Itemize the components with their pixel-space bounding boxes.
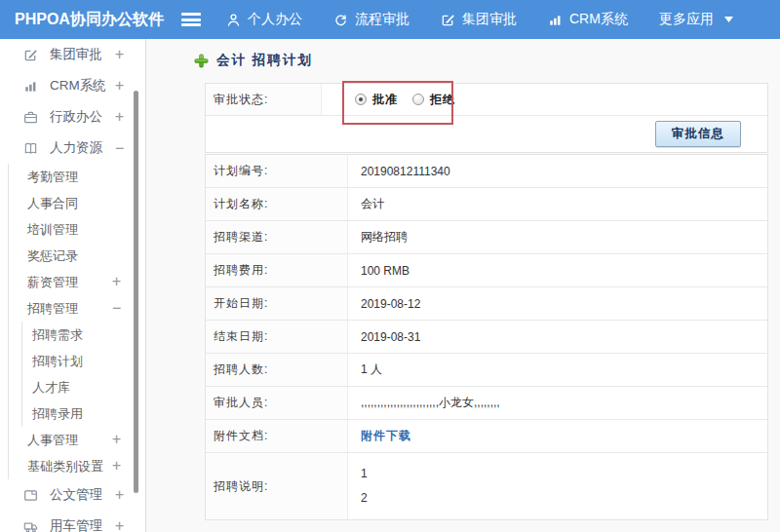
radio-option-reject[interactable]: 拒绝 — [412, 92, 455, 108]
nav-item[interactable]: 集团审批 — [441, 11, 517, 28]
radio-label: 批准 — [372, 92, 398, 108]
sidebar-item-label: 招聘需求 — [32, 326, 83, 344]
field-value-cell: 2019-08-12 — [348, 287, 767, 320]
table-row: 招聘费用:100 RMB — [206, 254, 767, 287]
field-value: ,,,,,,,,,,,,,,,,,,,,,,,,小龙女,,,,,,,, — [361, 395, 500, 411]
sidebar-item-label: 基础类别设置 — [27, 458, 103, 475]
radio-option-approve[interactable]: 批准 — [355, 92, 398, 108]
expand-plus-icon[interactable]: + — [112, 275, 121, 289]
expand-plus-icon[interactable]: + — [112, 459, 121, 474]
sidebar-menu: 集团审批+CRM系统+行政办公+人力资源−考勤管理人事合同培训管理奖惩记录薪资管… — [0, 39, 145, 532]
sidebar-item-label: 奖惩记录 — [27, 247, 78, 265]
doc-icon — [23, 487, 41, 503]
approval-status-row: 审批状态: 批准拒绝 — [206, 84, 767, 116]
radio-button-icon[interactable] — [355, 94, 367, 105]
field-label: 计划名称: — [206, 188, 348, 220]
sidebar-item-label: 人事合同 — [27, 195, 78, 212]
collapse-minus-icon[interactable]: − — [115, 141, 124, 156]
approval-status-options: 批准拒绝 — [322, 84, 767, 115]
sidebar-item[interactable]: 用车管理+ — [0, 511, 145, 532]
table-row: 计划名称:会计 — [206, 188, 767, 221]
sidebar-item[interactable]: 奖惩记录 — [9, 243, 145, 269]
field-label: 结束日期: — [206, 321, 348, 353]
nav-item[interactable]: 个人办公 — [226, 11, 302, 28]
sidebar-item[interactable]: 人才库 — [22, 374, 145, 400]
expand-plus-icon[interactable]: + — [115, 48, 124, 62]
field-label: 招聘说明: — [206, 453, 348, 519]
expand-plus-icon[interactable]: + — [115, 79, 124, 94]
field-value-cell: 网络招聘 — [348, 221, 767, 253]
plus-icon — [194, 54, 209, 68]
approval-button-row: 审批信息 — [206, 116, 767, 152]
sidebar-item[interactable]: 人事合同 — [9, 190, 145, 216]
sidebar-item[interactable]: 人力资源− — [0, 133, 145, 164]
recruit-plan-detail-table: 计划编号:20190812111340计划名称:会计招聘渠道:网络招聘招聘费用:… — [205, 154, 768, 520]
process-icon — [333, 13, 348, 27]
sidebar-item[interactable]: 公文管理+ — [0, 479, 145, 511]
field-value-cell: 12 — [348, 453, 767, 519]
app-logo: PHPOA协同办公软件 — [0, 10, 181, 30]
expand-plus-icon[interactable]: + — [115, 519, 124, 532]
field-value-cell: 附件下载 — [348, 420, 767, 452]
nav-item-label: 集团审批 — [462, 11, 517, 28]
nav-item-label: 流程审批 — [355, 11, 410, 28]
field-label: 开始日期: — [206, 287, 348, 320]
sidebar-item[interactable]: 招聘管理− — [9, 295, 145, 322]
field-value-cell: 20190812111340 — [348, 155, 767, 187]
expand-plus-icon[interactable]: + — [115, 110, 124, 125]
radio-label: 拒绝 — [430, 92, 455, 108]
sidebar-item-label: CRM系统 — [50, 77, 106, 95]
sidebar-item-label: 集团审批 — [50, 46, 102, 63]
nav-item-label: CRM系统 — [569, 11, 628, 28]
field-value-cell: ,,,,,,,,,,,,,,,,,,,,,,,,小龙女,,,,,,,, — [348, 387, 767, 419]
edit-icon — [441, 13, 455, 27]
field-label: 审批状态: — [206, 84, 322, 115]
radio-button-icon[interactable] — [412, 94, 424, 105]
sidebar-item-label: 考勤管理 — [27, 169, 78, 186]
expand-plus-icon[interactable]: + — [112, 433, 121, 447]
sidebar-item[interactable]: 人事管理+ — [9, 427, 145, 453]
sidebar-scrollbar[interactable] — [134, 91, 138, 493]
field-label: 招聘费用: — [206, 254, 348, 286]
truck-icon — [23, 518, 41, 532]
field-label: 审批人员: — [206, 387, 348, 419]
sidebar-item-label: 薪资管理 — [27, 274, 78, 291]
sidebar-item[interactable]: 集团审批+ — [0, 39, 145, 70]
field-value-cell: 100 RMB — [348, 254, 767, 286]
sidebar-item[interactable]: 招聘计划 — [22, 348, 145, 374]
table-row: 招聘人数:1 人 — [206, 354, 767, 387]
nav-item[interactable]: 流程审批 — [333, 11, 410, 28]
field-value-cell: 2019-08-31 — [348, 321, 767, 353]
table-row: 审批人员:,,,,,,,,,,,,,,,,,,,,,,,,小龙女,,,,,,,, — [206, 387, 767, 420]
table-row: 结束日期:2019-08-31 — [206, 321, 767, 354]
main-content: 会计 招聘计划 审批状态: 批准拒绝 审批信息 计划编号:20190812111… — [147, 39, 780, 532]
sidebar-item[interactable]: 基础类别设置+ — [9, 453, 145, 479]
sidebar-item[interactable]: 培训管理 — [9, 216, 145, 243]
sidebar-item[interactable]: 薪资管理+ — [9, 269, 145, 295]
field-value: 网络招聘 — [361, 229, 408, 246]
sidebar-item[interactable]: 考勤管理 — [9, 164, 145, 190]
table-row: 计划编号:20190812111340 — [206, 155, 767, 188]
attachment-download-link[interactable]: 附件下载 — [361, 428, 411, 444]
chart-icon — [548, 13, 563, 27]
sidebar-item[interactable]: 招聘需求 — [22, 322, 145, 348]
field-value: 1 人 — [361, 361, 382, 378]
field-value: 100 RMB — [361, 264, 410, 278]
collapse-minus-icon[interactable]: − — [112, 301, 121, 316]
user-icon — [226, 13, 241, 27]
app-window: PHPOA协同办公软件 个人办公流程审批集团审批CRM系统更多应用 集团审批+C… — [0, 0, 780, 532]
briefcase-icon — [23, 109, 41, 125]
field-value: 2019-08-31 — [361, 330, 420, 344]
table-row: 附件文档:附件下载 — [206, 420, 767, 453]
page-title-text: 会计 招聘计划 — [216, 52, 313, 69]
sidebar-item[interactable]: CRM系统+ — [0, 70, 145, 101]
sidebar-item[interactable]: 招聘录用 — [22, 400, 145, 427]
nav-item[interactable]: 更多应用 — [659, 11, 733, 28]
field-value-line: 1 — [361, 462, 368, 486]
nav-item[interactable]: CRM系统 — [548, 11, 628, 28]
sidebar-item-label: 人才库 — [32, 379, 70, 397]
hamburger-menu-icon[interactable] — [181, 13, 201, 26]
expand-plus-icon[interactable]: + — [115, 488, 124, 503]
approval-info-button[interactable]: 审批信息 — [655, 121, 741, 147]
sidebar-item[interactable]: 行政办公+ — [0, 101, 145, 133]
